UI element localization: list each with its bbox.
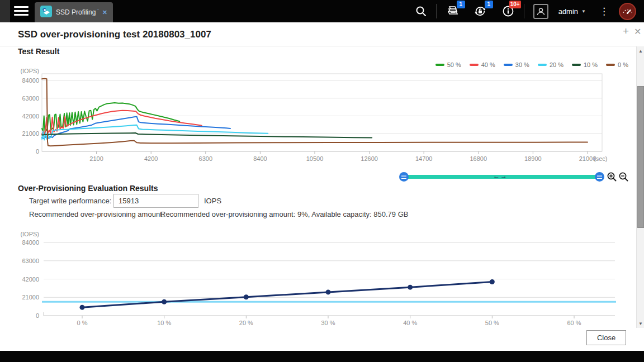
app-tab-ssd-profiling[interactable]: SSD Profiling T... ✕ xyxy=(35,2,113,22)
data-point xyxy=(490,279,495,284)
x-tick-label: 12600 xyxy=(361,155,378,162)
x-tick-label: 0 % xyxy=(77,320,88,326)
x-tick-label: 14700 xyxy=(415,155,433,162)
data-point xyxy=(244,294,249,299)
vertical-scrollbar[interactable]: ▲ ▼ xyxy=(636,46,644,328)
evaluation-series-line xyxy=(82,282,492,308)
x-tick-label: 8400 xyxy=(253,155,267,162)
data-point xyxy=(326,289,331,294)
recommendation-label: Recommended over-provisioning amount: xyxy=(29,210,164,218)
tasks-badge: 1 xyxy=(457,1,465,8)
admin-name: admin xyxy=(558,7,578,16)
y-axis-unit: (IOPS) xyxy=(20,68,39,74)
tab-label: SSD Profiling T... xyxy=(56,8,98,16)
zoom-in-icon[interactable] xyxy=(607,172,617,182)
y-tick-label: 42000 xyxy=(22,113,39,120)
user-avatar[interactable] xyxy=(533,4,548,19)
y-tick-label: 63000 xyxy=(22,95,39,102)
x-axis-unit: (sec) xyxy=(594,155,607,162)
notifications-badge: 1 xyxy=(485,1,493,8)
x-tick-label: 4200 xyxy=(144,155,158,162)
alerts-badge: 10+ xyxy=(509,1,521,8)
chevron-down-icon: ▼ xyxy=(581,9,586,14)
target-write-input[interactable] xyxy=(113,194,198,208)
tab-close-icon[interactable]: ✕ xyxy=(102,9,107,16)
y-axis-unit: (IOPS) xyxy=(20,231,39,237)
plot-border xyxy=(42,74,602,151)
x-tick-label: 50 % xyxy=(485,320,499,326)
section-evaluation: Over-Provisioning Evaluation Results xyxy=(18,184,158,193)
scrollbar-thumb[interactable] xyxy=(637,86,644,228)
x-tick-label: 60 % xyxy=(567,320,581,326)
y-tick-label: 0 xyxy=(36,312,39,319)
target-write-label: Target write performance: xyxy=(29,197,111,205)
x-tick-label: 16800 xyxy=(470,155,487,162)
more-options-icon[interactable]: ⋮ xyxy=(599,6,609,17)
main-menu-icon[interactable] xyxy=(14,6,29,16)
topbar-separator xyxy=(524,4,524,18)
bottom-bar xyxy=(0,351,644,362)
resource-monitor-gauge-icon[interactable] xyxy=(619,3,636,20)
notifications-icon[interactable]: 1 xyxy=(473,4,487,18)
alerts-info-icon[interactable]: 10+ xyxy=(501,4,515,18)
ssd-profiling-app-icon xyxy=(40,6,52,20)
data-point xyxy=(408,285,413,290)
screen: SSD Profiling T... ✕ 1 1 10+ xyxy=(0,0,644,362)
search-icon[interactable] xyxy=(415,5,427,17)
topbar-separator xyxy=(436,4,437,18)
series-line-0% xyxy=(42,79,588,146)
y-tick-label: 0 xyxy=(36,148,39,155)
x-tick-label: 10 % xyxy=(157,320,171,326)
page-title: SSD over-provisioning test 20180803_1007 xyxy=(18,29,211,40)
chart2-svg: 021000420006300084000(IOPS)0 %10 %20 %30… xyxy=(0,226,644,330)
x-tick-label: 30 % xyxy=(321,320,335,326)
x-tick-label: 20 % xyxy=(239,320,253,326)
y-tick-label: 84000 xyxy=(22,239,39,246)
x-tick-label: 6300 xyxy=(199,155,212,162)
y-tick-label: 84000 xyxy=(22,77,39,84)
admin-menu[interactable]: admin ▼ xyxy=(555,7,589,16)
range-slider-right-handle[interactable] xyxy=(595,172,604,182)
zoom-out-icon[interactable] xyxy=(618,172,629,182)
data-point xyxy=(80,305,85,310)
y-tick-label: 63000 xyxy=(22,258,39,264)
close-button[interactable]: Close xyxy=(586,330,626,345)
series-line-20% xyxy=(42,125,268,140)
x-tick-label: 2100 xyxy=(89,155,103,162)
x-tick-label: 10500 xyxy=(306,155,324,162)
target-write-unit: IOPS xyxy=(204,197,221,205)
scroll-down-icon[interactable]: ▼ xyxy=(637,321,644,326)
header-divider xyxy=(0,46,636,46)
x-tick-label: 40 % xyxy=(403,320,417,326)
chart1-svg: 021000420006300084000(IOPS)2100420063008… xyxy=(0,53,644,168)
top-bar: SSD Profiling T... ✕ 1 1 10+ xyxy=(0,0,644,22)
y-tick-label: 21000 xyxy=(22,294,39,301)
background-tasks-icon[interactable]: 1 xyxy=(446,4,459,18)
slider-pan-arrows-icon[interactable]: ←→ xyxy=(485,172,515,180)
avatar-icon xyxy=(533,4,548,19)
corner-block xyxy=(0,0,10,22)
y-tick-label: 21000 xyxy=(22,130,39,137)
data-point xyxy=(162,299,167,304)
range-slider-left-handle[interactable] xyxy=(399,172,409,182)
scroll-up-icon[interactable]: ▲ xyxy=(637,49,644,54)
recommendation-value: Recommended over-provisioning amount: 9%… xyxy=(160,210,408,218)
close-window-icon[interactable]: ✕ xyxy=(631,26,644,37)
y-tick-label: 42000 xyxy=(22,276,39,283)
x-tick-label: 18900 xyxy=(524,155,542,162)
